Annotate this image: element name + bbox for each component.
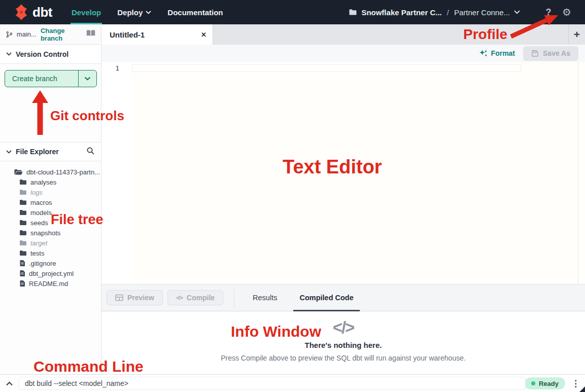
close-tab-icon[interactable]: ✕ <box>201 31 207 39</box>
tree-item-macros[interactable]: macros <box>0 197 101 207</box>
file-explorer-header[interactable]: File Explorer <box>0 142 101 161</box>
nav-deploy[interactable]: Deploy <box>109 0 159 24</box>
editor-toolbar: Format Save As <box>101 45 585 62</box>
tree-item-gitignore[interactable]: .gitignore <box>0 258 101 268</box>
git-branch-icon <box>6 30 13 39</box>
primary-nav: Develop Deploy Documentation <box>63 0 231 24</box>
chevron-down-icon <box>514 10 520 14</box>
save-as-button[interactable]: Save As <box>523 46 578 61</box>
chevron-down-icon <box>84 77 91 81</box>
table-icon <box>115 294 123 301</box>
nav-develop[interactable]: Develop <box>63 0 109 24</box>
folder-icon <box>349 9 357 16</box>
folder-icon <box>19 240 27 246</box>
tree-item-label: README.md <box>29 280 68 288</box>
tree-item-label: dbt_project.yml <box>29 270 74 277</box>
file-icon <box>19 260 25 267</box>
top-navigation-bar: dbt Develop Deploy Documentation Snowfla… <box>0 0 585 24</box>
status-cluster: Ready ⋮ <box>525 377 585 389</box>
create-branch-label[interactable]: Create branch <box>5 70 78 87</box>
folder-open-icon <box>14 169 23 175</box>
create-branch-caret[interactable] <box>78 70 96 87</box>
format-label: Format <box>491 49 515 57</box>
tree-item-readme[interactable]: README.md <box>0 278 101 289</box>
tab-compiled-code[interactable]: Compiled Code <box>288 284 364 311</box>
dbt-logo[interactable]: dbt <box>0 0 63 24</box>
preview-button[interactable]: Preview <box>107 290 163 305</box>
chevron-down-icon <box>6 52 12 56</box>
tree-item-label: tests <box>30 250 44 257</box>
tab-untitled-1[interactable]: Untitled-1 ✕ <box>101 24 213 45</box>
tree-item-label: seeds <box>30 219 48 227</box>
connection-name: Partner Conne... <box>454 8 510 17</box>
nav-documentation[interactable]: Documentation <box>159 0 231 24</box>
empty-state-hint: Press Compile above to preview the SQL d… <box>221 354 466 362</box>
command-input[interactable]: dbt build --select <model_name> <box>18 377 526 390</box>
resize-grip-icon[interactable] <box>579 386 585 392</box>
logo-wordmark: dbt <box>32 5 52 20</box>
format-button[interactable]: Format <box>479 49 515 58</box>
save-icon <box>531 50 539 57</box>
file-icon <box>19 270 25 277</box>
tree-item-target[interactable]: target <box>0 238 101 248</box>
code-icon: </> <box>176 295 183 301</box>
preview-label: Preview <box>127 294 154 302</box>
file-search-button[interactable] <box>86 147 95 157</box>
settings-button[interactable]: ⚙ <box>560 5 574 19</box>
tree-item-label: .gitignore <box>29 260 56 267</box>
breadcrumb-separator: / <box>446 8 450 17</box>
tree-item-snapshots[interactable]: snapshots <box>0 228 101 238</box>
save-as-label: Save As <box>543 49 570 57</box>
main-column: Untitled-1 ✕ + Format <box>101 24 585 374</box>
tree-item-label: macros <box>30 199 52 206</box>
dbt-ide-screen: dbt Develop Deploy Documentation Snowfla… <box>0 0 585 392</box>
search-icon <box>86 147 95 155</box>
create-branch-button[interactable]: Create branch <box>5 70 97 87</box>
expand-command-bar-button[interactable] <box>0 381 18 386</box>
status-dot-icon <box>531 381 535 385</box>
annotation-file-tree: File tree <box>51 212 104 228</box>
docs-book-button[interactable] <box>86 29 96 39</box>
annotation-git-controls: Git controls <box>50 108 124 124</box>
project-selector[interactable]: Snowflake Partner C... / Partner Conne..… <box>349 8 520 17</box>
kebab-menu-icon[interactable]: ⋮ <box>571 379 580 388</box>
tree-item-root[interactable]: dbt-cloud-114373-partn... <box>0 167 101 177</box>
version-control-header[interactable]: Version Control <box>0 45 101 64</box>
file-icon <box>19 280 25 287</box>
new-tab-button[interactable]: + <box>568 24 585 45</box>
file-tree: dbt-cloud-114373-partn... analyses logs … <box>0 161 101 374</box>
folder-icon <box>19 179 27 185</box>
editor-scrollbar-track[interactable] <box>578 62 578 284</box>
folder-icon <box>19 220 27 226</box>
nav-develop-label: Develop <box>72 8 101 17</box>
divider <box>234 289 234 307</box>
empty-state-title: There's nothing here. <box>305 341 382 349</box>
current-line-highlight[interactable] <box>132 64 521 72</box>
info-panel-header: Preview </> Compile Results Compiled Cod… <box>101 284 585 311</box>
code-icon: </> <box>333 318 354 337</box>
nav-deploy-label: Deploy <box>117 8 143 17</box>
help-button[interactable]: ? <box>541 5 556 19</box>
status-label: Ready <box>539 380 559 387</box>
tree-item-label: models <box>30 209 52 217</box>
tree-item-logs[interactable]: logs <box>0 187 101 197</box>
chevron-up-icon <box>6 381 13 386</box>
sparkle-icon <box>479 49 488 58</box>
command-text: dbt build --select <model_name> <box>25 379 128 387</box>
command-line-bar: dbt build --select <model_name> Ready ⋮ <box>0 374 585 392</box>
tab-results[interactable]: Results <box>242 284 288 311</box>
change-branch-link[interactable]: Change branch <box>41 27 82 42</box>
question-mark-icon: ? <box>546 7 552 18</box>
tree-item-tests[interactable]: tests <box>0 248 101 258</box>
annotation-text-editor: Text Editor <box>283 156 382 178</box>
folder-icon <box>19 230 27 236</box>
tab-title: Untitled-1 <box>110 30 145 39</box>
compile-button[interactable]: </> Compile <box>167 290 223 305</box>
tree-item-label: dbt-cloud-114373-partn... <box>26 168 100 176</box>
tree-item-analyses[interactable]: analyses <box>0 177 101 187</box>
tree-item-dbt-project-yml[interactable]: dbt_project.yml <box>0 268 101 278</box>
topbar-right-cluster: Snowflake Partner C... / Partner Conne..… <box>349 0 585 24</box>
editor-tabbar: Untitled-1 ✕ + <box>101 24 585 45</box>
chevron-down-icon <box>6 150 12 154</box>
current-branch-label: main... <box>17 30 37 38</box>
